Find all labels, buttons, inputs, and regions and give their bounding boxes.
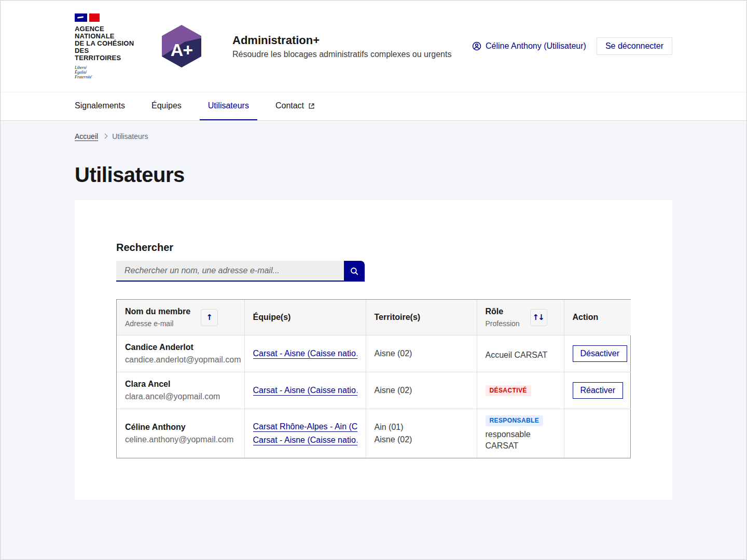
- external-link-icon: [308, 103, 315, 109]
- site-header: AGENCE NATIONALE DE LA COHÉSION DES TERR…: [1, 1, 746, 92]
- territories-cell: Aisne (02): [366, 372, 477, 409]
- government-motto: Liberté Égalité Fraternité: [75, 65, 136, 79]
- teams-cell: Carsat - Aisne (Caisse natio…: [244, 335, 366, 372]
- sort-role-button[interactable]: ↑↓: [530, 309, 547, 326]
- row-action-button[interactable]: Désactiver: [573, 345, 628, 362]
- table-row: Céline Anthonyceline.anthony@yopmail.com…: [117, 409, 631, 458]
- action-cell: Désactiver: [564, 335, 631, 372]
- chevron-right-icon: [103, 134, 108, 139]
- logout-button[interactable]: Se déconnecter: [597, 37, 672, 55]
- column-header-action: Action: [564, 300, 631, 335]
- team-link[interactable]: Carsat - Aisne (Caisse natio…: [253, 347, 357, 360]
- nav-item-signalements[interactable]: Signalements: [66, 92, 133, 120]
- account-label: Céline Anthony (Utilisateur): [486, 41, 586, 51]
- territory-label: Aisne (02): [375, 347, 468, 360]
- member-name: Céline Anthony: [125, 422, 236, 433]
- arrow-up-down-icon: ↑↓: [533, 313, 544, 322]
- action-cell: Réactiver: [564, 372, 631, 409]
- users-table-body: Candice Anderlotcandice.anderlot@yopmail…: [117, 335, 631, 458]
- search-label: Rechercher: [116, 242, 631, 254]
- role-cell: RESPONSABLEresponsable CARSAT: [477, 409, 564, 458]
- action-cell: [564, 409, 631, 458]
- column-header-role: Rôle Profession ↑↓: [477, 300, 564, 335]
- search-icon: [350, 267, 359, 276]
- service-block: Administration+ Résoudre les blocages ad…: [232, 33, 451, 59]
- territory-label: Ain (01): [375, 421, 468, 433]
- profession-label: responsable CARSAT: [486, 429, 556, 452]
- nav-item-contact[interactable]: Contact: [267, 92, 323, 120]
- government-logo-name: AGENCE NATIONALE DE LA COHÉSION DES TERR…: [75, 25, 136, 62]
- users-card: Rechercher: [75, 200, 672, 500]
- page-title: Utilisateurs: [75, 163, 672, 187]
- search-button[interactable]: [344, 261, 365, 282]
- profession-label: Accueil CARSAT: [486, 349, 556, 361]
- role-cell: Accueil CARSAT: [477, 335, 564, 372]
- member-cell: Candice Anderlotcandice.anderlot@yopmail…: [117, 335, 244, 372]
- main-content: Accueil Utilisateurs Utilisateurs Recher…: [75, 121, 672, 500]
- arrow-up-icon: ↑: [206, 313, 212, 322]
- breadcrumb: Accueil Utilisateurs: [75, 121, 672, 141]
- breadcrumb-home-link[interactable]: Accueil: [75, 132, 98, 141]
- territory-label: Aisne (02): [375, 384, 468, 397]
- users-table: Nom du membre Adresse e-mail ↑ Équipe(s): [116, 299, 631, 458]
- search-input[interactable]: [116, 261, 344, 282]
- breadcrumb-current: Utilisateurs: [112, 132, 148, 141]
- member-cell: Céline Anthonyceline.anthony@yopmail.com: [117, 409, 244, 458]
- service-title: Administration+: [232, 33, 451, 48]
- search-bar: [116, 261, 365, 282]
- column-header-territories: Territoire(s): [366, 300, 477, 335]
- account-link[interactable]: Céline Anthony (Utilisateur): [472, 41, 586, 51]
- account-circle-icon: [472, 41, 481, 51]
- team-link[interactable]: Carsat - Aisne (Caisse natio…: [253, 434, 357, 446]
- member-name: Candice Anderlot: [125, 342, 236, 353]
- member-email: candice.anderlot@yopmail.com: [125, 354, 236, 366]
- page: AGENCE NATIONALE DE LA COHÉSION DES TERR…: [0, 0, 747, 560]
- table-row: Clara Ancelclara.ancel@yopmail.comCarsat…: [117, 372, 631, 409]
- main-nav: Signalements Équipes Utilisateurs Contac…: [1, 92, 746, 121]
- status-badge: RESPONSABLE: [486, 415, 544, 426]
- territories-cell: Aisne (02): [366, 335, 477, 372]
- row-action-button[interactable]: Réactiver: [573, 382, 624, 399]
- member-name: Clara Ancel: [125, 379, 236, 390]
- territories-cell: Ain (01)Aisne (02): [366, 409, 477, 458]
- teams-cell: Carsat - Aisne (Caisse natio…: [244, 372, 366, 409]
- status-badge: DÉSACTIVÉ: [486, 385, 531, 396]
- nav-item-equipes[interactable]: Équipes: [143, 92, 190, 120]
- column-header-member: Nom du membre Adresse e-mail ↑: [117, 300, 244, 335]
- nav-item-utilisateurs[interactable]: Utilisateurs: [200, 92, 257, 120]
- government-logo: AGENCE NATIONALE DE LA COHÉSION DES TERR…: [75, 13, 136, 79]
- table-header-row: Nom du membre Adresse e-mail ↑ Équipe(s): [117, 300, 631, 335]
- french-flag-icon: [75, 13, 136, 22]
- member-cell: Clara Ancelclara.ancel@yopmail.com: [117, 372, 244, 409]
- role-cell: DÉSACTIVÉ: [477, 372, 564, 409]
- team-link[interactable]: Carsat - Aisne (Caisse natio…: [253, 384, 357, 397]
- team-link[interactable]: Carsat Rhône-Alpes - Ain (C…: [253, 421, 357, 433]
- aplus-logo: A+: [162, 25, 201, 67]
- territory-label: Aisne (02): [375, 433, 468, 446]
- table-row: Candice Anderlotcandice.anderlot@yopmail…: [117, 335, 631, 372]
- member-email: celine.anthony@yopmail.com: [125, 434, 236, 445]
- service-tagline: Résoudre les blocages administratifs com…: [232, 50, 451, 59]
- sort-member-button[interactable]: ↑: [201, 309, 218, 326]
- member-email: clara.ancel@yopmail.com: [125, 391, 236, 402]
- column-header-teams: Équipe(s): [244, 300, 366, 335]
- teams-cell: Carsat Rhône-Alpes - Ain (C…Carsat - Ais…: [244, 409, 366, 458]
